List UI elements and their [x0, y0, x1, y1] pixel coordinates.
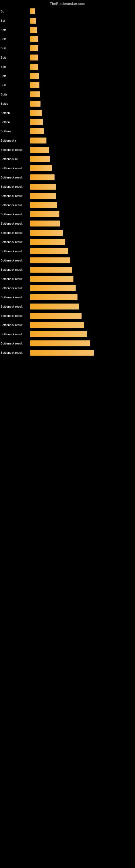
bar-label: Bottleneck result — [1, 305, 30, 308]
bar-row: Bottleneck resul — [0, 200, 135, 210]
bar-fill — [30, 175, 54, 180]
bar-row: Bottlen — [0, 118, 135, 127]
bar-fill — [30, 276, 74, 282]
bar-row: Bottleneck result — [0, 256, 135, 265]
bar-fill — [30, 239, 65, 245]
bar-fill — [30, 257, 70, 264]
bar-row: Bottleneck result — [0, 283, 135, 293]
bar-row: Bottleneck result — [0, 302, 135, 311]
bar-fill — [30, 322, 84, 328]
bar-fill — [30, 128, 44, 134]
bar-row: Bottlen — [0, 108, 135, 118]
bar-fill — [30, 211, 59, 217]
bar-row: Bottleneck result — [0, 237, 135, 247]
bar-label: Bottleneck resul — [1, 204, 30, 207]
site-title: TheBottlenecker.com — [0, 0, 135, 7]
bar-fill — [30, 230, 63, 236]
bar-label: Bott — [1, 65, 30, 68]
bar-label: Bottleneck result — [1, 185, 30, 188]
bar-row: Bott — [0, 25, 135, 34]
bar-row: Bottleneck result — [0, 348, 135, 357]
bar-row: Bottleneck result — [0, 219, 135, 228]
bar-row: Bottleneck result — [0, 330, 135, 339]
bar-row: Bottleneck result — [0, 293, 135, 302]
bar-fill — [30, 45, 38, 51]
bar-label: Bottleneck result — [1, 222, 30, 225]
bar-row: Bott — [0, 81, 135, 90]
bar-row: Bottleneck result — [0, 247, 135, 256]
bar-row: Bottleneck result — [0, 163, 135, 173]
bar-row: Bottleneck result — [0, 265, 135, 274]
bar-label: Bott — [1, 28, 30, 31]
bar-row: Bottleneck result — [0, 228, 135, 237]
bar-fill — [30, 147, 49, 153]
bar-label: Bottlen — [1, 111, 30, 115]
bar-fill — [30, 18, 36, 24]
bar-fill — [30, 184, 56, 190]
bar-label: Bottleneck result — [1, 333, 30, 336]
bar-row: Bottleneck result — [0, 210, 135, 219]
bar-label: Bottleneck r — [1, 139, 30, 142]
bar-fill — [30, 27, 37, 33]
bar-label: Bottleneck result — [1, 148, 30, 151]
bar-row: Botte — [0, 90, 135, 99]
bar-fill — [30, 91, 40, 97]
bar-label: Bott — [1, 56, 30, 59]
bar-row: Bott — [0, 62, 135, 71]
bar-label: Botte — [1, 93, 30, 96]
bar-row: Bottleneck result — [0, 320, 135, 330]
bar-label: Bottleneck result — [1, 268, 30, 271]
bar-row: Bottleneck result — [0, 182, 135, 191]
bar-fill — [30, 285, 76, 291]
bar-label: Bott — [1, 46, 30, 50]
bar-fill — [30, 267, 72, 273]
bar-fill — [30, 313, 82, 319]
bar-label: Bottleneck result — [1, 323, 30, 327]
bar-label: Bottleneck result — [1, 286, 30, 290]
bar-fill — [30, 36, 38, 42]
bar-fill — [30, 220, 60, 226]
bar-fill — [30, 350, 94, 355]
bar-label: Bottlene — [1, 130, 30, 133]
bar-label: Bottle — [1, 102, 30, 105]
bar-row: Bott — [0, 71, 135, 81]
bar-fill — [30, 73, 39, 79]
bar-fill — [30, 165, 52, 171]
bar-row: Bottle — [0, 99, 135, 108]
bar-fill — [30, 64, 38, 70]
bar-fill — [30, 101, 41, 106]
bar-fill — [30, 8, 35, 14]
bar-fill — [30, 340, 90, 346]
bar-label: Bottleneck result — [1, 259, 30, 262]
bar-label: Bo — [1, 10, 30, 13]
bar-label: Bottleneck result — [1, 296, 30, 299]
bar-row: Bottleneck result — [0, 311, 135, 320]
bar-label: Bottleneck re — [1, 157, 30, 161]
bar-label: Bott — [1, 84, 30, 87]
bar-label: Bottleneck result — [1, 277, 30, 280]
bar-label: Bott — [1, 74, 30, 78]
bar-fill — [30, 82, 39, 88]
bar-row: Bott — [0, 44, 135, 53]
bar-row: Bot — [0, 16, 135, 25]
bar-fill — [30, 137, 46, 144]
bar-row: Bottleneck result — [0, 339, 135, 348]
bar-label: Bottleneck result — [1, 231, 30, 235]
bar-row: Bottleneck result — [0, 145, 135, 154]
bar-label: Bottleneck result — [1, 240, 30, 244]
bar-fill — [30, 55, 38, 61]
bar-label: Bottleneck result — [1, 213, 30, 216]
bar-row: Bottleneck r — [0, 136, 135, 145]
bar-label: Bottleneck result — [1, 166, 30, 170]
bar-label: Bottleneck result — [1, 342, 30, 345]
bar-fill — [30, 119, 43, 125]
bar-label: Bottleneck result — [1, 194, 30, 197]
bar-fill — [30, 331, 87, 337]
bar-row: Bottleneck re — [0, 154, 135, 163]
bar-row: Bottleneck result — [0, 191, 135, 200]
bar-row: Bottleneck result — [0, 173, 135, 182]
bar-row: Bottleneck result — [0, 274, 135, 283]
bar-label: Bot — [1, 19, 30, 22]
bar-fill — [30, 304, 79, 310]
bar-row: Bo — [0, 7, 135, 16]
